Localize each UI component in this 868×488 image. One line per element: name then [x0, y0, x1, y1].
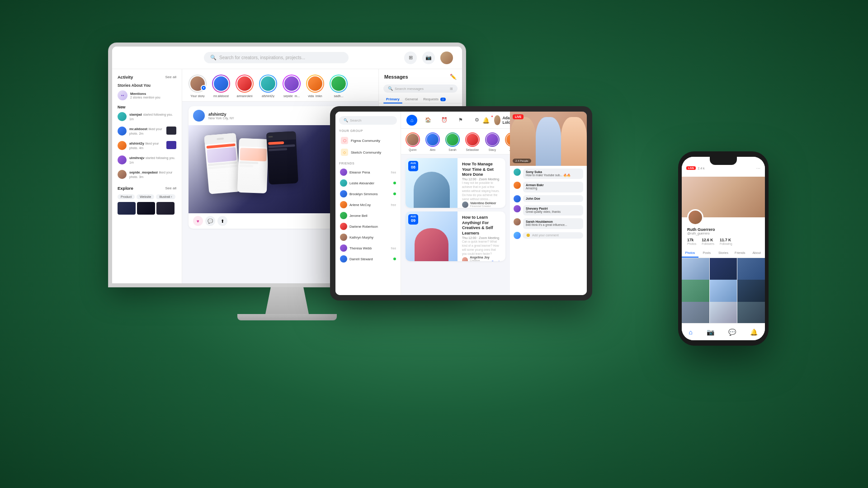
story-sepide[interactable]: sepide_m...: [283, 75, 301, 98]
explore-img-2: [137, 202, 155, 215]
story-mr-alidoost[interactable]: mr.alidoost: [212, 75, 230, 98]
comment-button[interactable]: 💬: [205, 216, 215, 226]
tablet-story-stacy[interactable]: Stacy: [485, 132, 500, 151]
event-desc: Can a quick learner? What kind of a grea…: [462, 239, 501, 256]
story-afshint2y[interactable]: afshint2y: [259, 75, 277, 98]
event-subtitle: Thu 12:00 · Zoom Meeting: [462, 178, 501, 181]
mentions-row[interactable]: ●● Mentions 2 stories mention you: [118, 90, 176, 100]
tablet-story-jose[interactable]: Jose: [505, 132, 510, 151]
story-sadh[interactable]: sadh...: [330, 75, 348, 98]
story-your[interactable]: + Your story: [189, 75, 207, 98]
nav-gear[interactable]: ⚙: [472, 115, 482, 126]
live-label: LIVE: [515, 115, 521, 118]
share-button[interactable]: ⬆: [217, 216, 227, 226]
tablet-story-quinn[interactable]: Quinn: [406, 132, 420, 151]
grid-item-9[interactable]: [737, 302, 765, 323]
tab-stories[interactable]: Stories: [715, 249, 732, 258]
tab-friends[interactable]: Friends: [731, 249, 748, 258]
stat-label: Following: [720, 242, 732, 245]
group-figma[interactable]: ⬡ Figma Community: [339, 135, 397, 146]
iphone-notch: [710, 157, 737, 165]
story-vida[interactable]: vida_lmkn: [306, 75, 324, 98]
activity-item[interactable]: sepide_moqadasi liked your photo. 3m: [118, 170, 176, 181]
tab-about[interactable]: About: [748, 249, 765, 258]
imac-stand: [260, 287, 314, 314]
tablet-search-bar[interactable]: 🔍 Search: [339, 116, 397, 125]
iphone-screen: LIVE 2.4 k ··· Ruth Guerrero @ruth_guerr…: [682, 157, 765, 340]
friend-darlene[interactable]: Darlene Robertson: [339, 221, 397, 232]
story-ring: [330, 75, 348, 93]
tab-primary[interactable]: Primary: [383, 95, 402, 103]
activity-item[interactable]: slamjad started following you. 1m: [118, 112, 176, 123]
phone-more-icon[interactable]: ···: [756, 165, 760, 171]
messages-search-bar[interactable]: 🔍 Search messages ⊞: [383, 84, 458, 93]
explore-see-all[interactable]: See all: [165, 186, 176, 190]
activity-name: slamjad: [129, 113, 142, 117]
comment-item: Sarah Houldamon 848 think it's a great i…: [514, 218, 583, 229]
search-placeholder: Search for creators, inspirations, proje…: [219, 55, 305, 60]
friend-kathryn[interactable]: Kathryn Murphy: [339, 232, 397, 243]
friend-leslie[interactable]: Leslie Alexander: [339, 178, 397, 188]
bell-wrapper: 🔔: [482, 116, 492, 124]
tab-requests[interactable]: Requests 2: [420, 95, 448, 103]
tablet-story-alex[interactable]: Alex: [425, 132, 440, 151]
friend-darrell[interactable]: Darrell Steward: [339, 253, 397, 264]
nav-home[interactable]: ⌂: [406, 115, 417, 126]
messages-filter-icon[interactable]: ⊞: [450, 87, 453, 91]
friend-arlene[interactable]: Arlene McCoy free: [339, 199, 397, 210]
comment-text: How to make Youtube sub... 🔥🔥: [526, 174, 580, 177]
story-add-button[interactable]: +: [201, 85, 207, 91]
activity-item[interactable]: afshint2y liked your photo. 4m: [118, 141, 176, 152]
tab-posts[interactable]: Posts: [698, 249, 715, 258]
comment-body: Sony Suka How to make Youtube sub... 🔥🔥: [523, 169, 583, 179]
host-info: Valentino DeHeer Financial Creator: [470, 202, 496, 207]
messages-edit-icon[interactable]: ✏️: [450, 74, 457, 80]
explore-images: [118, 202, 176, 215]
comment-avatar: [514, 218, 521, 225]
nav-clock[interactable]: ⏰: [439, 115, 450, 126]
phone-profile-handle: @ruth_guerrero: [687, 232, 760, 235]
user-avatar[interactable]: [440, 52, 453, 64]
video-icon[interactable]: 📷: [422, 52, 435, 64]
event-title-group: How to Learn Anything! For Creatives & S…: [462, 215, 501, 239]
activity-name: afshint2y: [129, 141, 144, 145]
grid-icon[interactable]: ⊞: [404, 52, 417, 64]
friend-name: Brooklyn Simmons: [349, 192, 391, 196]
tab-general[interactable]: General: [402, 95, 420, 103]
like-button[interactable]: ♥: [193, 216, 203, 226]
grid-item-8[interactable]: [710, 302, 737, 323]
friend-eleanor[interactable]: Eleanor Pena free: [339, 167, 397, 178]
explore-tag-illustrati[interactable]: Illustrati ›: [156, 194, 175, 199]
nav-flag[interactable]: ⚑: [455, 115, 466, 126]
activity-item[interactable]: ulmihrajv started following you. 1m: [118, 155, 176, 167]
story-inner: [466, 133, 479, 146]
comment-item: John Doe: [514, 195, 583, 202]
friend-brooklyn[interactable]: Brooklyn Simmons: [339, 188, 397, 199]
nav-house[interactable]: 🏠: [423, 115, 434, 126]
tablet-story-sarah[interactable]: Sarah: [445, 132, 460, 151]
event-card-1: AUG 08 How To Manage Your Time & Get Mor…: [406, 158, 505, 208]
tablet-user-avatar: [494, 115, 500, 125]
nav-home-icon[interactable]: ⌂: [689, 328, 693, 336]
story-armanrokni[interactable]: armanrokni: [236, 75, 254, 98]
grid-item-7[interactable]: [682, 302, 709, 323]
nav-chat-icon[interactable]: 💬: [728, 328, 736, 336]
explore-tag-product[interactable]: Product: [118, 194, 135, 199]
add-comment-input[interactable]: 😊 Add your comment: [523, 232, 583, 239]
nav-camera-icon[interactable]: 📷: [707, 328, 714, 336]
tablet-story-sebastian[interactable]: Sebastian: [465, 132, 480, 151]
nav-bell-icon[interactable]: 🔔: [750, 328, 758, 336]
add-comment-area[interactable]: 😊 Add your comment: [514, 232, 583, 239]
explore-tag-website[interactable]: Website: [137, 194, 154, 199]
friend-jerome[interactable]: Jerome Bell: [339, 210, 397, 221]
activity-item[interactable]: mr.alidoost liked your photo. 2m: [118, 127, 176, 138]
group-sketch[interactable]: ◇ Sketch Community: [339, 146, 397, 158]
story-img: [467, 134, 478, 145]
host-name: Valentino DeHeer: [470, 202, 496, 205]
desktop-search-bar[interactable]: 🔍 Search for creators, inspirations, pro…: [204, 52, 349, 63]
activity-see-all[interactable]: See all: [165, 75, 176, 79]
tab-photos[interactable]: Photos: [682, 249, 698, 258]
imac-base: [237, 314, 337, 320]
friend-theresa[interactable]: Theresa Webb free: [339, 243, 397, 253]
notification-bell-icon[interactable]: 🔔: [482, 117, 490, 124]
